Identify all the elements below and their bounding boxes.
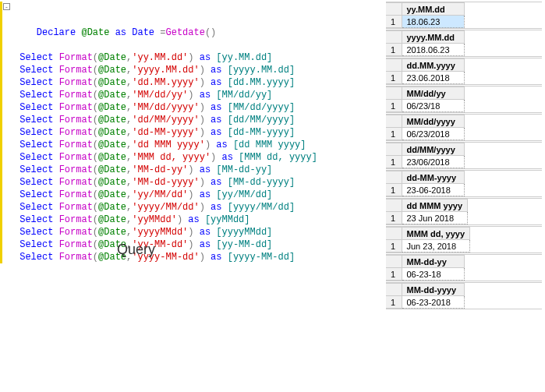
row-number[interactable]: 1 [386, 296, 402, 309]
oparen: ( [93, 102, 98, 113]
rownum-header[interactable] [386, 171, 402, 184]
result-cell[interactable]: 06-23-18 [402, 268, 464, 281]
code-line[interactable]: Select Format(@Date,'yy/MM/dd') as [yy/M… [0, 189, 374, 201]
fn-format: Format [59, 214, 93, 225]
paren: () [205, 27, 216, 38]
code-line[interactable]: Select Format(@Date,'MM-dd-yyyy') as [MM… [0, 176, 374, 189]
code-line[interactable]: Select Format(@Date,'dd-MM-yyyy') as [dd… [0, 126, 374, 139]
rownum-header[interactable] [386, 3, 402, 16]
rownum-header[interactable] [386, 143, 402, 156]
result-grid[interactable]: MM/dd/yyyy106/23/2018 [386, 114, 542, 141]
code-line[interactable]: Select Format(@Date,'yyyy/MM/dd') as [yy… [0, 201, 374, 214]
column-header[interactable]: MM/dd/yy [402, 87, 464, 100]
cparen: ) [200, 77, 205, 88]
gutter-bar [0, 176, 2, 189]
code-line[interactable]: Select Format(@Date,'MM/dd/yy') as [MM/d… [0, 89, 374, 101]
row-number[interactable]: 1 [386, 184, 402, 196]
rownum-header[interactable] [386, 31, 402, 44]
result-cell[interactable]: 18.06.23 [402, 16, 464, 28]
column-header[interactable]: dd MMM yyyy [402, 200, 468, 212]
result-grid[interactable]: dd/MM/yyyy123/06/2018 [386, 142, 542, 169]
row-number[interactable]: 1 [386, 240, 402, 253]
code-line[interactable]: Select Format(@Date,'MM/dd/yyyy') as [MM… [0, 101, 374, 114]
fn-getdate: Getdate [165, 27, 204, 38]
result-cell[interactable]: 23 Jun 2018 [402, 212, 468, 224]
result-cell[interactable]: 06/23/2018 [402, 128, 464, 140]
row-number[interactable]: 1 [386, 156, 402, 168]
kw-as: as [211, 202, 221, 213]
kw-declare: Declare [37, 27, 76, 38]
column-header[interactable]: dd-MM-yyyy [402, 171, 464, 184]
kw-as: as [211, 252, 221, 263]
column-header[interactable]: MM-dd-yyyy [402, 284, 464, 296]
sql-editor[interactable]: -Declare @Date as Date =Getdate() Select… [0, 2, 374, 263]
column-header[interactable]: MM/dd/yyyy [402, 115, 464, 128]
row-number[interactable]: 1 [386, 16, 402, 28]
code-line[interactable]: Select Format(@Date,'MM-dd-yy') as [MM-d… [0, 164, 374, 176]
var-date: @Date [98, 152, 126, 163]
fmt-string: 'dd.MM.yyyy' [132, 77, 199, 88]
result-grid[interactable]: MM-dd-yyyy106-23-2018 [386, 282, 542, 309]
fn-format: Format [59, 227, 93, 238]
row-number[interactable]: 1 [386, 72, 402, 84]
code-line[interactable]: Select Format(@Date,'dd/MM/yyyy') as [dd… [0, 114, 374, 126]
column-header[interactable]: dd.MM.yyyy [402, 59, 464, 72]
column-header[interactable]: yyyy.MM.dd [402, 31, 464, 44]
code-line[interactable]: Select Format(@Date,'yyyy-MM-dd') as [yy… [0, 251, 374, 263]
code-line[interactable]: Select Format(@Date,'yyMMdd') as [yyMMdd… [0, 214, 374, 226]
rownum-header[interactable] [386, 228, 402, 240]
kw-as: as [200, 239, 211, 250]
result-cell[interactable]: Jun 23, 2018 [402, 240, 470, 253]
gutter-bar [0, 139, 2, 151]
result-grid[interactable]: MMM dd, yyyy1Jun 23, 2018 [386, 226, 542, 253]
result-grid[interactable]: dd-MM-yyyy123-06-2018 [386, 170, 542, 197]
fn-format: Format [59, 177, 93, 188]
code-line[interactable]: Select Format(@Date,'yy.MM.dd') as [yy.M… [0, 51, 374, 64]
code-line[interactable]: Select Format(@Date,'yyyy.MM.dd') as [yy… [0, 64, 374, 76]
code-line-declare[interactable]: -Declare @Date as Date =Getdate() [0, 2, 374, 51]
column-header[interactable]: yy.MM.dd [402, 3, 464, 16]
result-cell[interactable]: 06-23-2018 [402, 296, 464, 309]
result-grid[interactable]: MM/dd/yy106/23/18 [386, 86, 542, 113]
oparen: ( [93, 65, 98, 76]
code-line[interactable]: Select Format(@Date,'MMM dd, yyyy') as [… [0, 151, 374, 164]
column-header[interactable]: dd/MM/yyyy [402, 143, 464, 156]
rownum-header[interactable] [386, 59, 402, 72]
code-line[interactable]: Select Format(@Date,'yyyyMMdd') as [yyyy… [0, 226, 374, 238]
result-cell[interactable]: 23-06-2018 [402, 184, 464, 196]
code-line[interactable]: Select Format(@Date,'dd.MM.yyyy') as [dd… [0, 76, 374, 89]
row-number[interactable]: 1 [386, 44, 402, 56]
result-grid[interactable]: dd.MM.yyyy123.06.2018 [386, 58, 542, 85]
cparen: ) [200, 202, 205, 213]
alias: [MM/dd/yyyy] [228, 102, 295, 113]
result-cell[interactable]: 06/23/18 [402, 100, 464, 112]
alias: [dd/MM/yyyy] [228, 115, 295, 125]
result-cell[interactable]: 23.06.2018 [402, 72, 464, 84]
column-header[interactable]: MM-dd-yy [402, 256, 464, 268]
result-cell[interactable]: 2018.06.23 [402, 44, 464, 56]
fn-format: Format [59, 152, 93, 163]
rownum-header[interactable] [386, 284, 402, 296]
row-number[interactable]: 1 [386, 268, 402, 281]
code-line[interactable]: Select Format(@Date,'dd MMM yyyy') as [d… [0, 139, 374, 151]
code-line[interactable]: Select Format(@Date,'yy-MM-dd') as [yy-M… [0, 238, 374, 251]
row-number[interactable]: 1 [386, 128, 402, 140]
result-grid[interactable]: yyyy.MM.dd12018.06.23 [386, 30, 542, 57]
row-number[interactable]: 1 [386, 100, 402, 112]
result-grid[interactable]: dd MMM yyyy123 Jun 2018 [386, 198, 542, 225]
collapse-icon[interactable]: - [3, 3, 10, 10]
rownum-header[interactable] [386, 87, 402, 100]
result-grid[interactable]: yy.MM.dd118.06.23 [386, 2, 542, 29]
rownum-header[interactable] [386, 200, 402, 212]
result-cell[interactable]: 23/06/2018 [402, 156, 464, 168]
rownum-header[interactable] [386, 256, 402, 268]
kw-as: as [115, 27, 126, 38]
kw-select: Select [19, 227, 53, 238]
result-grid[interactable]: MM-dd-yy106-23-18 [386, 254, 542, 281]
rownum-header[interactable] [386, 115, 402, 128]
var-date: @Date [98, 202, 126, 213]
column-header[interactable]: MMM dd, yyyy [402, 228, 470, 240]
gutter-bar [0, 164, 2, 176]
row-number[interactable]: 1 [386, 212, 402, 224]
results-pane[interactable]: yy.MM.dd118.06.23yyyy.MM.dd12018.06.23dd… [386, 2, 542, 310]
